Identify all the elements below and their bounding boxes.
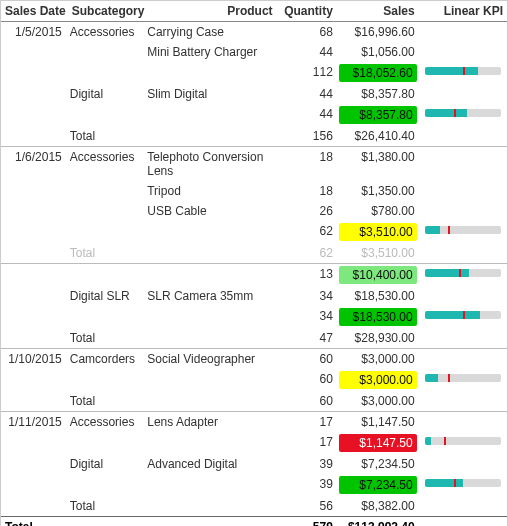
table-row: USB Cable26$780.00: [1, 201, 507, 221]
subcategory-cell: Accessories: [68, 412, 146, 433]
header-subcategory[interactable]: Subcategory: [68, 1, 146, 22]
status-badge: $3,510.00: [339, 223, 417, 241]
linear-kpi: [425, 437, 501, 445]
quantity-cell: 579: [277, 517, 337, 527]
group-total-row: Total56$8,382.00: [1, 496, 507, 517]
kpi-target-mark: [459, 269, 461, 277]
subcategory-cell: [68, 181, 146, 201]
date-cell: [1, 474, 68, 496]
total-label: Total: [68, 391, 146, 412]
product-cell: Telephoto Conversion Lens: [145, 147, 276, 182]
date-cell: [1, 84, 68, 104]
table-row: Mini Battery Charger44$1,056.00: [1, 42, 507, 62]
kpi-bar: [425, 67, 478, 75]
subcategory-cell: [68, 369, 146, 391]
linear-kpi: [425, 311, 501, 319]
quantity-cell: 26: [277, 201, 337, 221]
subtotal-row: 34$18,530.00: [1, 306, 507, 328]
sales-cell: $10,400.00: [337, 264, 419, 287]
kpi-cell: [419, 221, 507, 243]
table-row: 1/10/2015CamcordersSocial Videographer60…: [1, 349, 507, 370]
date-cell: [1, 62, 68, 84]
quantity-cell: 60: [277, 349, 337, 370]
kpi-cell: [419, 474, 507, 496]
quantity-cell: 34: [277, 286, 337, 306]
header-sales[interactable]: Sales: [337, 1, 419, 22]
kpi-cell: [419, 432, 507, 454]
kpi-bar: [425, 226, 440, 234]
quantity-cell: 112: [277, 62, 337, 84]
subtotal-row: 112$18,052.60: [1, 62, 507, 84]
date-cell: [1, 104, 68, 126]
product-cell: Lens Adapter: [145, 412, 276, 433]
header-linear-kpi[interactable]: Linear KPI: [419, 1, 507, 22]
kpi-target-mark: [448, 374, 450, 382]
kpi-target-mark: [463, 67, 465, 75]
date-cell: 1/11/2015: [1, 412, 68, 433]
sales-cell: $3,000.00: [337, 369, 419, 391]
header-quantity[interactable]: Quantity: [277, 1, 337, 22]
quantity-cell: 62: [277, 243, 337, 264]
table-row: DigitalAdvanced Digital39$7,234.50: [1, 454, 507, 474]
header-product[interactable]: Product: [145, 1, 276, 22]
header-sales-date[interactable]: Sales Date: [1, 1, 68, 22]
table-row: 1/11/2015AccessoriesLens Adapter17$1,147…: [1, 412, 507, 433]
sales-cell: $18,530.00: [337, 306, 419, 328]
subcategory-cell: Camcorders: [68, 349, 146, 370]
date-cell: [1, 306, 68, 328]
total-label: Total: [1, 517, 68, 527]
product-cell: Tripod: [145, 181, 276, 201]
sales-cell: $28,930.00: [337, 328, 419, 349]
product-cell: Mini Battery Charger: [145, 42, 276, 62]
date-cell: [1, 432, 68, 454]
product-cell: Carrying Case: [145, 22, 276, 43]
kpi-cell: [419, 104, 507, 126]
sales-cell: $26,410.40: [337, 126, 419, 147]
sales-cell: $7,234.50: [337, 454, 419, 474]
quantity-cell: 39: [277, 474, 337, 496]
sales-matrix: Sales Date Subcategory Product Quantity …: [0, 0, 508, 526]
header-row: Sales Date Subcategory Product Quantity …: [1, 1, 507, 22]
status-badge: $10,400.00: [339, 266, 417, 284]
linear-kpi: [425, 109, 501, 117]
kpi-bar: [425, 109, 467, 117]
kpi-target-mark: [463, 311, 465, 319]
quantity-cell: 34: [277, 306, 337, 328]
kpi-target-mark: [448, 226, 450, 234]
date-cell: 1/5/2015: [1, 22, 68, 43]
quantity-cell: 68: [277, 22, 337, 43]
quantity-cell: 60: [277, 369, 337, 391]
kpi-cell: [419, 62, 507, 84]
sales-cell: $7,234.50: [337, 474, 419, 496]
table-row: 1/6/2015AccessoriesTelephoto Conversion …: [1, 147, 507, 182]
subcategory-cell: Digital: [68, 454, 146, 474]
date-cell: 1/10/2015: [1, 349, 68, 370]
linear-kpi: [425, 269, 501, 277]
quantity-cell: 17: [277, 432, 337, 454]
quantity-cell: 56: [277, 496, 337, 517]
date-cell: [1, 221, 68, 243]
sales-cell: $113,992.40: [337, 517, 419, 527]
sales-cell: $16,996.60: [337, 22, 419, 43]
sales-cell: $3,510.00: [337, 243, 419, 264]
total-label: Total: [68, 496, 146, 517]
group-total-row: Total156$26,410.40: [1, 126, 507, 147]
sales-cell: $1,380.00: [337, 147, 419, 182]
date-cell: 1/6/2015: [1, 147, 68, 182]
sales-table: Sales Date Subcategory Product Quantity …: [1, 1, 507, 526]
date-cell: [1, 201, 68, 221]
product-cell: Slim Digital: [145, 84, 276, 104]
sales-cell: $3,510.00: [337, 221, 419, 243]
date-cell: [1, 264, 68, 287]
group-total-row: Total47$28,930.00: [1, 328, 507, 349]
kpi-cell: [419, 369, 507, 391]
subcategory-cell: Digital SLR: [68, 286, 146, 306]
date-cell: [1, 286, 68, 306]
quantity-cell: 60: [277, 391, 337, 412]
sales-cell: $8,382.00: [337, 496, 419, 517]
subcategory-cell: [68, 221, 146, 243]
sales-cell: $780.00: [337, 201, 419, 221]
subcategory-cell: [68, 474, 146, 496]
sales-cell: $1,147.50: [337, 412, 419, 433]
status-badge: $18,052.60: [339, 64, 417, 82]
